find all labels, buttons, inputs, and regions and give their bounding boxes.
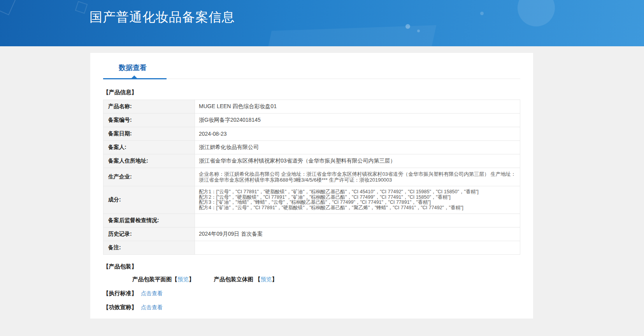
banner-cube-decoration xyxy=(0,0,16,15)
product-info-table: 产品名称: MUGE LEEN 四色综合彩妆盘01 备案编号: 浙G妆网备字20… xyxy=(103,100,520,255)
table-row-manufacturer: 生产企业: 企业名称：浙江妍希化妆品有限公司 企业地址：浙江省金华市金东区傅村镇… xyxy=(104,168,520,186)
packaging-flat-preview-link[interactable]: 预览 xyxy=(177,276,189,282)
row-value xyxy=(195,241,520,255)
row-value: 浙江省金华市金东区傅村镇祝家村03省道旁（金华市振兴塑料有限公司内第三层） xyxy=(195,154,520,168)
efficacy-section-title: 【功效宣称】 xyxy=(103,304,137,310)
packaging-3d-label: 产品包装立体图 xyxy=(214,276,255,282)
bracket-close: 】 xyxy=(189,276,195,282)
banner-cube-decoration xyxy=(75,1,88,14)
banner-shape-decoration xyxy=(264,25,437,46)
banner-dot-decoration xyxy=(405,24,410,29)
efficacy-row: 【功效宣称】点击查看 xyxy=(103,304,520,311)
tab-caret-icon xyxy=(132,75,137,78)
row-label: 历史记录: xyxy=(104,228,195,241)
tab-bar: 数据查看 xyxy=(103,53,520,79)
table-row-supervision: 备案后监督检查情况: xyxy=(104,214,520,228)
packaging-flat-item: 产品包装平面图【预览】 xyxy=(132,276,195,282)
banner-dot-decoration xyxy=(480,12,484,15)
row-value: 2024年09月09日 首次备案 xyxy=(195,228,520,241)
row-label: 生产企业: xyxy=(104,168,195,186)
row-value: 配方1：["云母"，"CI 77891"，"硬脂酸镁"，"矿油"，"棕榈酸乙基己… xyxy=(195,186,520,214)
row-label: 备案后监督检查情况: xyxy=(104,214,195,228)
row-label: 备案日期: xyxy=(104,127,195,141)
row-value: 浙江妍希化妆品有限公司 xyxy=(195,141,520,154)
row-label: 产品名称: xyxy=(104,100,195,114)
standard-section-title: 【执行标准】 xyxy=(103,290,137,296)
bracket-close: 】 xyxy=(272,276,278,282)
tab-data-view[interactable]: 数据查看 xyxy=(119,63,147,72)
row-value: 2024-08-23 xyxy=(195,127,520,141)
page-title: 国产普通化妆品备案信息 xyxy=(89,9,235,26)
bracket-open: 【 xyxy=(172,276,178,282)
row-label: 备注: xyxy=(104,241,195,255)
row-label: 备案人住所地址: xyxy=(104,154,195,168)
page-banner: 国产普通化妆品备案信息 xyxy=(0,0,644,46)
row-label: 备案编号: xyxy=(104,114,195,127)
row-label: 成分: xyxy=(104,186,195,214)
table-row-filer: 备案人: 浙江妍希化妆品有限公司 xyxy=(104,141,520,154)
packaging-section-title: 【产品包装】 xyxy=(103,263,520,270)
table-row-history: 历史记录: 2024年09月09日 首次备案 xyxy=(104,228,520,241)
table-row-product-name: 产品名称: MUGE LEEN 四色综合彩妆盘01 xyxy=(104,100,520,114)
standard-view-link[interactable]: 点击查看 xyxy=(141,290,163,296)
content-card: 数据查看 【产品信息】 产品名称: MUGE LEEN 四色综合彩妆盘01 备案… xyxy=(90,53,533,318)
table-row-ingredients: 成分: 配方1：["云母"，"CI 77891"，"硬脂酸镁"，"矿油"，"棕榈… xyxy=(104,186,520,214)
banner-dot-decoration xyxy=(417,30,420,32)
tab-active-underline xyxy=(103,78,167,79)
row-value: 浙G妆网备字2024018145 xyxy=(195,114,520,127)
row-label: 备案人: xyxy=(104,141,195,154)
table-row-remarks: 备注: xyxy=(104,241,520,255)
row-value xyxy=(195,214,520,228)
table-row-filing-number: 备案编号: 浙G妆网备字2024018145 xyxy=(104,114,520,127)
row-value: MUGE LEEN 四色综合彩妆盘01 xyxy=(195,100,520,114)
efficacy-view-link[interactable]: 点击查看 xyxy=(141,304,163,310)
packaging-3d-item: 产品包装立体图 【预览】 xyxy=(214,276,278,282)
packaging-flat-label: 产品包装平面图 xyxy=(132,276,172,282)
row-value: 企业名称：浙江妍希化妆品有限公司 企业地址：浙江省金华市金东区傅村镇祝家村03省… xyxy=(195,168,520,186)
packaging-3d-preview-link[interactable]: 预览 xyxy=(261,276,272,282)
banner-circle-decoration xyxy=(518,0,555,26)
product-info-section-title: 【产品信息】 xyxy=(103,89,520,96)
bracket-open: 【 xyxy=(255,276,261,282)
table-row-filer-address: 备案人住所地址: 浙江省金华市金东区傅村镇祝家村03省道旁（金华市振兴塑料有限公… xyxy=(104,154,520,168)
packaging-row: 产品包装平面图【预览】 产品包装立体图 【预览】 xyxy=(132,276,520,283)
table-row-filing-date: 备案日期: 2024-08-23 xyxy=(104,127,520,141)
standard-row: 【执行标准】点击查看 xyxy=(103,290,520,297)
